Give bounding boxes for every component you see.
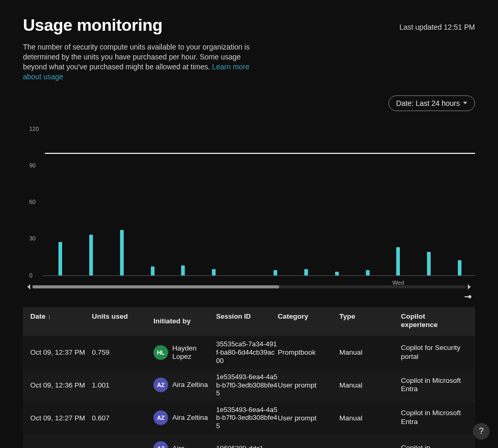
cell-type: Manual	[339, 348, 401, 356]
cell-copilot: Copilot in	[401, 444, 464, 448]
bar-slot	[322, 129, 352, 275]
sort-down-icon: ↓	[48, 313, 51, 320]
table-row[interactable]: Oct 09, 12:37 PM0.759HLHayden Lopez35535…	[23, 336, 475, 369]
col-header-date[interactable]: Date↓	[30, 312, 92, 330]
table-header-row: Date↓ Units used Initiated by Session ID…	[23, 307, 475, 336]
table-row[interactable]: AZAira10606380-ddc1-Copilot in	[23, 434, 475, 448]
col-header-category[interactable]: Category	[278, 312, 339, 330]
cell-category: User prompt	[278, 414, 339, 422]
date-filter-label: Date: Last 24 hours	[396, 99, 460, 107]
col-header-units[interactable]: Units used	[92, 312, 153, 330]
col-header-session[interactable]: Session ID	[216, 312, 278, 330]
last-updated-label: Last updated 12:51 PM	[399, 23, 475, 31]
usage-bar[interactable]	[335, 272, 339, 275]
initiated-name: Aira	[172, 444, 185, 448]
bar-slot	[260, 129, 291, 275]
avatar: HL	[153, 345, 168, 360]
bar-slot	[137, 129, 168, 275]
cell-copilot: Copilot in Microsoft Entra	[401, 377, 464, 394]
cell-date: Oct 09, 12:27 PM	[30, 414, 92, 422]
usage-chart: 0306090120Wed	[23, 129, 475, 301]
help-button[interactable]: ?	[473, 423, 490, 440]
y-tick-label: 0	[29, 272, 32, 279]
bar-slot	[444, 129, 475, 275]
cell-date: Oct 09, 12:36 PM	[30, 381, 92, 389]
bars-container: Wed	[45, 129, 475, 275]
cell-session: 1e535493-6ea4-4a5b-b7f0-3edb308bfe45	[216, 406, 278, 430]
cell-date: Oct 09, 12:37 PM	[30, 348, 92, 356]
cell-session: 10606380-ddc1-	[216, 444, 278, 448]
usage-bar[interactable]	[181, 265, 185, 275]
bar-slot	[413, 129, 444, 275]
bar-slot	[45, 129, 76, 275]
bar-slot	[352, 129, 383, 275]
scroll-thumb[interactable]	[32, 285, 279, 288]
avatar: AZ	[153, 378, 168, 392]
initiated-name: Aira Zeltina	[172, 381, 208, 389]
usage-bar[interactable]	[366, 270, 370, 275]
cell-copilot: Copilot for Security portal	[401, 344, 464, 361]
usage-table: Date↓ Units used Initiated by Session ID…	[23, 307, 475, 448]
usage-bar[interactable]	[58, 242, 62, 275]
y-tick-label: 120	[29, 126, 39, 132]
col-header-initiated[interactable]: Initiated by	[153, 312, 216, 330]
usage-bar[interactable]	[89, 235, 93, 275]
col-header-copilot[interactable]: Copilot experience	[401, 312, 464, 330]
cell-type: Manual	[339, 381, 401, 389]
scroll-right-icon[interactable]	[468, 284, 471, 289]
cell-initiated: HLHayden Lopez	[153, 344, 216, 361]
initiated-name: Hayden Lopez	[172, 344, 216, 361]
bar-slot	[198, 129, 229, 275]
cell-units: 0.607	[92, 414, 153, 422]
bar-slot	[168, 129, 198, 275]
date-filter-button[interactable]: Date: Last 24 hours	[388, 95, 475, 111]
usage-bar[interactable]	[151, 267, 155, 275]
usage-bar[interactable]	[274, 270, 277, 275]
cell-type: Manual	[339, 414, 401, 422]
page-title: Usage monitoring	[23, 16, 162, 35]
bar-slot	[229, 129, 260, 275]
cell-session: 35535ca5-7a34-491f-ba80-6d44cb39ac00	[216, 340, 278, 365]
avatar: AZ	[153, 441, 168, 448]
table-row[interactable]: Oct 09, 12:27 PM0.607AZAira Zeltina1e535…	[23, 402, 475, 434]
bar-slot: Wed	[383, 129, 413, 275]
bar-slot	[76, 129, 106, 275]
chevron-down-icon	[463, 102, 467, 104]
usage-bar[interactable]	[458, 260, 461, 275]
usage-bar[interactable]	[304, 269, 308, 275]
initiated-name: Aira Zeltina	[172, 414, 208, 422]
cell-session: 1e535493-6ea4-4a5b-b7f0-3edb308bfe45	[216, 373, 278, 397]
cell-units: 1.001	[92, 381, 153, 389]
scroll-track[interactable]	[32, 285, 466, 288]
usage-bar[interactable]	[396, 247, 400, 275]
usage-bar[interactable]	[120, 230, 124, 275]
y-tick-label: 90	[29, 162, 35, 168]
usage-bar[interactable]	[427, 252, 431, 275]
usage-bar[interactable]	[212, 269, 216, 275]
cell-units: 0.759	[92, 348, 153, 356]
legend-toggle-icon[interactable]	[464, 293, 472, 301]
avatar: AZ	[153, 410, 168, 425]
table-row[interactable]: Oct 09, 12:36 PM1.001AZAira Zeltina1e535…	[23, 369, 475, 402]
y-tick-label: 30	[29, 235, 35, 241]
cell-copilot: Copilot in Microsoft Entra	[401, 409, 464, 427]
page-description: The number of security compute units ava…	[23, 42, 263, 82]
cell-initiated: AZAira	[153, 441, 216, 448]
scroll-left-icon[interactable]	[27, 284, 30, 289]
y-tick-label: 60	[29, 199, 35, 205]
cell-category: Promptbook	[278, 348, 339, 356]
bar-slot	[291, 129, 322, 275]
bar-slot	[106, 129, 137, 275]
svg-point-1	[468, 295, 471, 298]
chart-scrollbar[interactable]	[27, 284, 471, 289]
cell-initiated: AZAira Zeltina	[153, 378, 216, 392]
cell-category: User prompt	[278, 381, 339, 389]
col-header-type[interactable]: Type	[339, 312, 401, 330]
cell-initiated: AZAira Zeltina	[153, 410, 216, 425]
